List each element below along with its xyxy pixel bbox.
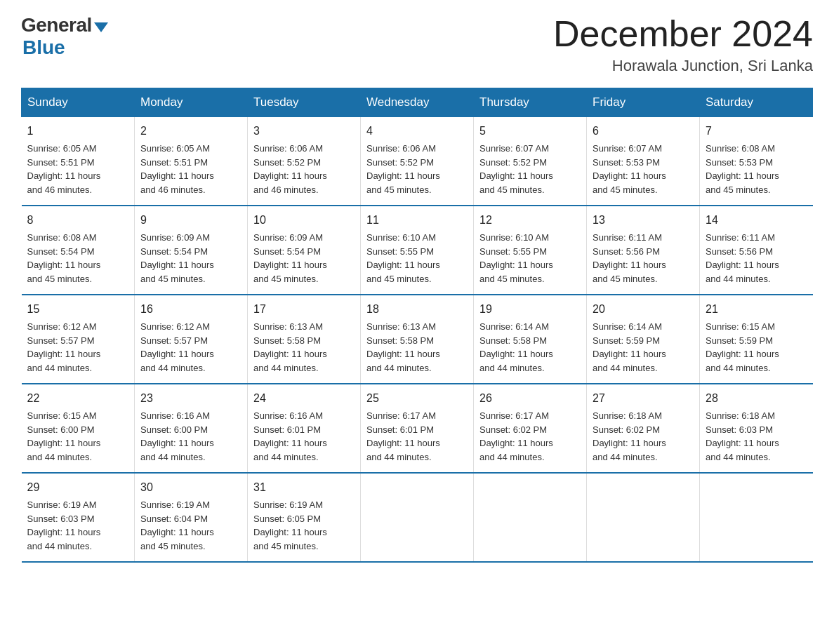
day-info: Sunrise: 6:17 AMSunset: 6:02 PMDaylight:… <box>479 409 581 464</box>
column-header-thursday: Thursday <box>474 88 587 117</box>
calendar-cell: 2Sunrise: 6:05 AMSunset: 5:51 PMDaylight… <box>135 117 248 206</box>
day-number: 14 <box>706 212 807 229</box>
day-number: 4 <box>366 123 468 140</box>
calendar-cell: 18Sunrise: 6:13 AMSunset: 5:58 PMDayligh… <box>361 295 474 384</box>
calendar-cell: 5Sunrise: 6:07 AMSunset: 5:52 PMDaylight… <box>474 117 587 206</box>
day-number: 7 <box>706 123 807 140</box>
column-header-wednesday: Wednesday <box>361 88 474 117</box>
calendar-cell: 14Sunrise: 6:11 AMSunset: 5:56 PMDayligh… <box>700 206 813 295</box>
logo-blue-text: Blue <box>22 36 65 59</box>
day-number: 10 <box>253 212 355 229</box>
day-number: 5 <box>479 123 581 140</box>
day-number: 18 <box>366 301 468 318</box>
calendar-cell: 19Sunrise: 6:14 AMSunset: 5:58 PMDayligh… <box>474 295 587 384</box>
month-title: December 2024 <box>553 14 813 54</box>
calendar-cell: 28Sunrise: 6:18 AMSunset: 6:03 PMDayligh… <box>700 384 813 473</box>
column-header-monday: Monday <box>135 88 248 117</box>
calendar-cell: 26Sunrise: 6:17 AMSunset: 6:02 PMDayligh… <box>474 384 587 473</box>
day-number: 27 <box>593 390 694 407</box>
calendar-cell: 10Sunrise: 6:09 AMSunset: 5:54 PMDayligh… <box>248 206 361 295</box>
day-number: 1 <box>27 123 129 140</box>
day-number: 28 <box>706 390 807 407</box>
calendar-cell: 1Sunrise: 6:05 AMSunset: 5:51 PMDaylight… <box>22 117 135 206</box>
calendar-cell: 12Sunrise: 6:10 AMSunset: 5:55 PMDayligh… <box>474 206 587 295</box>
day-info: Sunrise: 6:06 AMSunset: 5:52 PMDaylight:… <box>253 142 355 196</box>
calendar-cell: 3Sunrise: 6:06 AMSunset: 5:52 PMDaylight… <box>248 117 361 206</box>
day-info: Sunrise: 6:05 AMSunset: 5:51 PMDaylight:… <box>27 142 129 196</box>
calendar-week-row: 8Sunrise: 6:08 AMSunset: 5:54 PMDaylight… <box>22 206 813 295</box>
day-info: Sunrise: 6:14 AMSunset: 5:59 PMDaylight:… <box>593 320 694 375</box>
column-header-friday: Friday <box>587 88 700 117</box>
day-info: Sunrise: 6:07 AMSunset: 5:53 PMDaylight:… <box>593 142 694 196</box>
day-number: 30 <box>140 479 241 496</box>
day-info: Sunrise: 6:11 AMSunset: 5:56 PMDaylight:… <box>706 231 807 286</box>
logo: General Blue <box>21 14 108 59</box>
day-number: 2 <box>140 123 241 140</box>
calendar-cell: 25Sunrise: 6:17 AMSunset: 6:01 PMDayligh… <box>361 384 474 473</box>
calendar-cell: 4Sunrise: 6:06 AMSunset: 5:52 PMDaylight… <box>361 117 474 206</box>
calendar-cell: 13Sunrise: 6:11 AMSunset: 5:56 PMDayligh… <box>587 206 700 295</box>
day-info: Sunrise: 6:09 AMSunset: 5:54 PMDaylight:… <box>140 231 241 286</box>
day-number: 31 <box>253 479 355 496</box>
day-number: 20 <box>593 301 694 318</box>
calendar-cell: 15Sunrise: 6:12 AMSunset: 5:57 PMDayligh… <box>22 295 135 384</box>
day-number: 24 <box>253 390 355 407</box>
day-number: 11 <box>366 212 468 229</box>
day-number: 15 <box>27 301 129 318</box>
day-info: Sunrise: 6:19 AMSunset: 6:05 PMDaylight:… <box>253 498 355 553</box>
day-info: Sunrise: 6:13 AMSunset: 5:58 PMDaylight:… <box>366 320 468 375</box>
day-info: Sunrise: 6:14 AMSunset: 5:58 PMDaylight:… <box>479 320 581 375</box>
day-info: Sunrise: 6:18 AMSunset: 6:02 PMDaylight:… <box>593 409 694 464</box>
page-header: General Blue December 2024 Horawala Junc… <box>21 14 813 75</box>
calendar-table: SundayMondayTuesdayWednesdayThursdayFrid… <box>21 88 813 563</box>
day-info: Sunrise: 6:19 AMSunset: 6:03 PMDaylight:… <box>27 498 129 553</box>
calendar-week-row: 22Sunrise: 6:15 AMSunset: 6:00 PMDayligh… <box>22 384 813 473</box>
day-info: Sunrise: 6:13 AMSunset: 5:58 PMDaylight:… <box>253 320 355 375</box>
calendar-cell <box>361 473 474 562</box>
day-info: Sunrise: 6:17 AMSunset: 6:01 PMDaylight:… <box>366 409 468 464</box>
logo-arrow-icon <box>94 22 108 32</box>
day-info: Sunrise: 6:15 AMSunset: 5:59 PMDaylight:… <box>706 320 807 375</box>
calendar-cell: 27Sunrise: 6:18 AMSunset: 6:02 PMDayligh… <box>587 384 700 473</box>
day-info: Sunrise: 6:05 AMSunset: 5:51 PMDaylight:… <box>140 142 241 196</box>
day-number: 29 <box>27 479 129 496</box>
calendar-cell: 20Sunrise: 6:14 AMSunset: 5:59 PMDayligh… <box>587 295 700 384</box>
day-number: 19 <box>479 301 581 318</box>
day-info: Sunrise: 6:11 AMSunset: 5:56 PMDaylight:… <box>593 231 694 286</box>
calendar-cell <box>587 473 700 562</box>
day-number: 12 <box>479 212 581 229</box>
calendar-header-row: SundayMondayTuesdayWednesdayThursdayFrid… <box>22 88 813 117</box>
location-title: Horawala Junction, Sri Lanka <box>553 57 813 75</box>
logo-general-text: General <box>21 14 92 36</box>
calendar-cell: 23Sunrise: 6:16 AMSunset: 6:00 PMDayligh… <box>135 384 248 473</box>
calendar-cell <box>474 473 587 562</box>
calendar-cell <box>700 473 813 562</box>
calendar-cell: 21Sunrise: 6:15 AMSunset: 5:59 PMDayligh… <box>700 295 813 384</box>
day-number: 17 <box>253 301 355 318</box>
column-header-tuesday: Tuesday <box>248 88 361 117</box>
day-number: 22 <box>27 390 129 407</box>
calendar-cell: 11Sunrise: 6:10 AMSunset: 5:55 PMDayligh… <box>361 206 474 295</box>
calendar-week-row: 1Sunrise: 6:05 AMSunset: 5:51 PMDaylight… <box>22 117 813 206</box>
day-number: 16 <box>140 301 241 318</box>
calendar-cell: 9Sunrise: 6:09 AMSunset: 5:54 PMDaylight… <box>135 206 248 295</box>
day-info: Sunrise: 6:15 AMSunset: 6:00 PMDaylight:… <box>27 409 129 464</box>
calendar-cell: 17Sunrise: 6:13 AMSunset: 5:58 PMDayligh… <box>248 295 361 384</box>
day-number: 21 <box>706 301 807 318</box>
calendar-cell: 31Sunrise: 6:19 AMSunset: 6:05 PMDayligh… <box>248 473 361 562</box>
day-info: Sunrise: 6:18 AMSunset: 6:03 PMDaylight:… <box>706 409 807 464</box>
calendar-week-row: 15Sunrise: 6:12 AMSunset: 5:57 PMDayligh… <box>22 295 813 384</box>
day-info: Sunrise: 6:08 AMSunset: 5:54 PMDaylight:… <box>27 231 129 286</box>
calendar-cell: 6Sunrise: 6:07 AMSunset: 5:53 PMDaylight… <box>587 117 700 206</box>
day-info: Sunrise: 6:10 AMSunset: 5:55 PMDaylight:… <box>479 231 581 286</box>
calendar-cell: 7Sunrise: 6:08 AMSunset: 5:53 PMDaylight… <box>700 117 813 206</box>
column-header-sunday: Sunday <box>22 88 135 117</box>
calendar-cell: 16Sunrise: 6:12 AMSunset: 5:57 PMDayligh… <box>135 295 248 384</box>
day-number: 25 <box>366 390 468 407</box>
day-info: Sunrise: 6:19 AMSunset: 6:04 PMDaylight:… <box>140 498 241 553</box>
day-info: Sunrise: 6:16 AMSunset: 6:01 PMDaylight:… <box>253 409 355 464</box>
title-block: December 2024 Horawala Junction, Sri Lan… <box>553 14 813 75</box>
day-info: Sunrise: 6:08 AMSunset: 5:53 PMDaylight:… <box>706 142 807 196</box>
day-info: Sunrise: 6:10 AMSunset: 5:55 PMDaylight:… <box>366 231 468 286</box>
calendar-cell: 24Sunrise: 6:16 AMSunset: 6:01 PMDayligh… <box>248 384 361 473</box>
